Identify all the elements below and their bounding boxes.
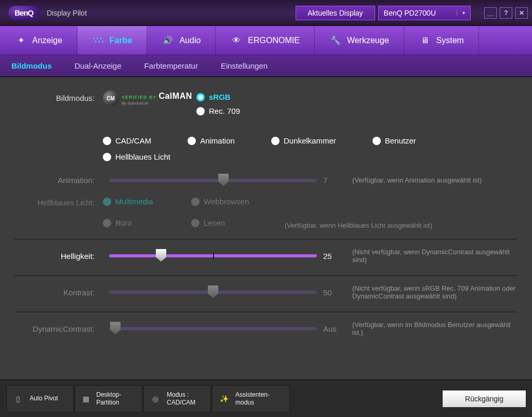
hbl-multimedia: Multimedia — [103, 197, 191, 206]
current-display-label: Aktuelles Display — [296, 6, 375, 20]
preset-animation[interactable]: Animation — [188, 136, 235, 145]
speaker-icon: 🔊 — [162, 35, 174, 46]
radio-off-icon — [103, 219, 111, 227]
close-button[interactable]: ✕ — [515, 7, 528, 19]
radio-off-icon — [191, 219, 200, 227]
wand-icon: ✨ — [217, 395, 231, 403]
color-icon: ∵∴ — [92, 35, 104, 46]
app-title: Display Pilot — [47, 9, 87, 17]
minimize-button[interactable]: __ — [484, 7, 497, 19]
dyncontrast-label: DynamicContrast: — [15, 324, 103, 333]
animation-hint: (Verfügbar, wenn Animation ausgewählt is… — [350, 176, 517, 184]
display-dropdown[interactable]: BenQ PD2700U ▾ — [378, 6, 471, 20]
radio-off-icon — [271, 137, 280, 145]
subtab-dual-anzeige[interactable]: Dual-Anzeige — [75, 61, 122, 70]
radio-off-icon — [188, 137, 196, 145]
helligkeit-label: Helligkeit: — [15, 252, 103, 260]
tab-system[interactable]: 🖥 System — [404, 26, 479, 55]
radio-off-icon — [196, 107, 205, 115]
radio-off-icon — [103, 137, 111, 145]
tab-werkzeuge[interactable]: 🔧 Werkzeuge — [315, 26, 404, 55]
kontrast-slider — [109, 291, 317, 294]
tab-anzeige[interactable]: ✦ Anzeige — [0, 26, 77, 55]
desktop-partition-button[interactable]: ▦ Desktop-Partition — [75, 385, 142, 412]
eye-icon: 👁 — [230, 35, 243, 46]
modus-button[interactable]: ◎ Modus :CAD/CAM — [143, 385, 211, 412]
dyncontrast-value: Aus — [323, 324, 344, 333]
kontrast-value: 50 — [323, 288, 344, 297]
preset-hellblaues-licht[interactable]: Hellblaues Licht — [103, 152, 517, 161]
monitor-icon: ▯ — [11, 395, 25, 403]
hbl-lesen: Lesen — [191, 218, 285, 227]
undo-button[interactable]: Rückgängig — [443, 390, 526, 407]
helligkeit-value: 25 — [323, 252, 344, 260]
hbl-hint: (Verfügbar, wenn Hellblaues Licht ausgew… — [285, 221, 517, 229]
tab-farbe[interactable]: ∵∴ Farbe — [77, 26, 148, 55]
preset-cadcam[interactable]: CAD/CAM — [103, 136, 151, 145]
chevron-down-icon: ▾ — [457, 10, 465, 16]
subtab-farbtemperatur[interactable]: Farbtemperatur — [144, 61, 198, 70]
helligkeit-hint: (Nicht verfügbar, wenn DynamicContrast a… — [350, 248, 517, 264]
radio-off-icon — [373, 137, 381, 145]
preset-rec709[interactable]: Rec. 709 — [196, 107, 240, 115]
radio-off-icon — [103, 153, 111, 161]
wrench-icon: 🔧 — [329, 35, 342, 46]
hbl-label: Hellblaues Licht: — [15, 197, 103, 207]
bildmodus-label: Bildmodus: — [15, 93, 103, 102]
kontrast-hint: (Nicht verfügbar, wenn sRGB Rec. 709 Ani… — [350, 284, 517, 300]
display-value: BenQ PD2700U — [384, 9, 436, 17]
preset-srgb[interactable]: sRGB — [196, 93, 240, 101]
tab-audio[interactable]: 🔊 Audio — [147, 26, 216, 55]
preset-dunkelkammer[interactable]: Dunkelkammer — [271, 136, 336, 145]
target-icon: ◎ — [148, 395, 163, 403]
preset-benutzer[interactable]: Benutzer — [373, 136, 416, 145]
kontrast-label: Kontrast: — [15, 288, 103, 297]
display-icon: ✦ — [15, 35, 27, 46]
auto-pivot-button[interactable]: ▯ Auto Pivot — [6, 385, 74, 412]
animation-slider — [109, 179, 317, 182]
hbl-webbrowsen: Webbrowsen — [191, 197, 285, 206]
subtab-einstellungen[interactable]: Einstellungen — [221, 61, 268, 70]
benq-logo: BenQ — [8, 6, 39, 20]
animation-label: Animation: — [15, 176, 103, 185]
dyncontrast-hint: (Verfügbar, wenn im Bildmodus Benutzer a… — [350, 321, 517, 336]
assistent-button[interactable]: ✨ Assistenten-modus — [212, 385, 290, 412]
animation-value: 7 — [323, 176, 344, 185]
radio-on-icon — [196, 93, 205, 101]
system-icon: 🖥 — [419, 35, 431, 46]
radio-off-icon — [191, 198, 200, 206]
partition-icon: ▦ — [79, 395, 92, 403]
help-button[interactable]: ? — [500, 7, 512, 19]
subtab-bildmodus[interactable]: Bildmodus — [11, 61, 52, 70]
tab-ergonomie[interactable]: 👁 ERGONOMIE — [216, 26, 315, 55]
hbl-buero: Büro — [103, 218, 191, 227]
calman-badge: CM VERIFIED BY CalMAN By SpectraCal — [103, 90, 196, 106]
helligkeit-slider[interactable] — [109, 254, 317, 257]
radio-off-icon — [103, 198, 111, 206]
dyncontrast-slider — [109, 327, 317, 330]
